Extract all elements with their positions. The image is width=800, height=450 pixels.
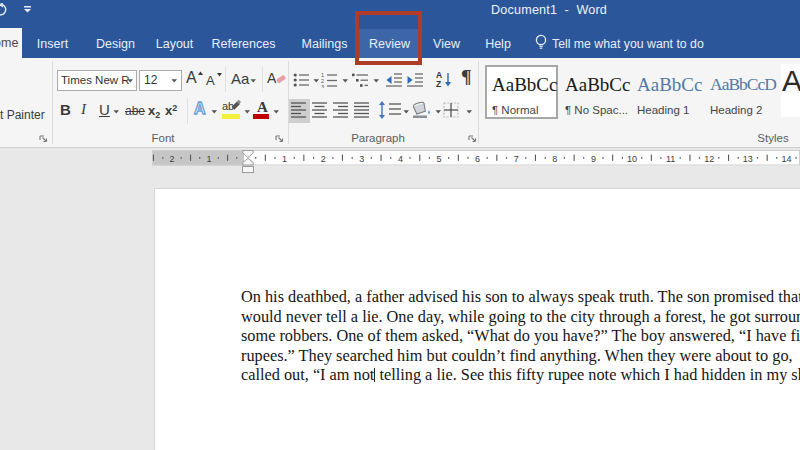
svg-text:11: 11 bbox=[666, 154, 675, 164]
svg-text:13: 13 bbox=[743, 154, 753, 164]
svg-text:9: 9 bbox=[591, 154, 596, 164]
svg-text:3: 3 bbox=[359, 154, 364, 164]
svg-text:2: 2 bbox=[169, 154, 174, 164]
svg-text:14: 14 bbox=[781, 154, 791, 164]
svg-text:Z: Z bbox=[436, 79, 441, 89]
svg-text:10: 10 bbox=[627, 154, 637, 164]
svg-text:6: 6 bbox=[475, 154, 480, 164]
svg-text:1: 1 bbox=[282, 154, 287, 164]
svg-text:4: 4 bbox=[398, 154, 403, 164]
svg-text:2: 2 bbox=[321, 154, 326, 164]
svg-text:1: 1 bbox=[206, 154, 211, 164]
svg-text:5: 5 bbox=[436, 154, 441, 164]
svg-text:3: 3 bbox=[321, 84, 324, 89]
svg-text:8: 8 bbox=[552, 154, 557, 164]
svg-text:12: 12 bbox=[704, 154, 714, 164]
svg-text:7: 7 bbox=[514, 154, 519, 164]
